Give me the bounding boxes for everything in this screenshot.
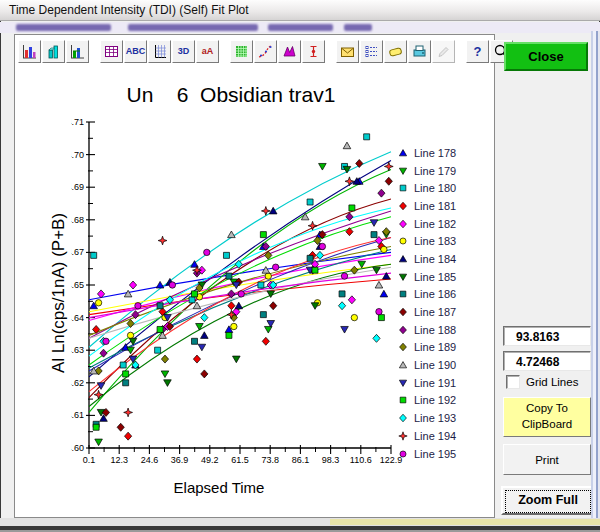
font-rotate-button[interactable]: aA (196, 40, 219, 63)
shape-colors-icon (281, 43, 298, 60)
chart-3d-bars-button[interactable] (42, 40, 65, 63)
legend-marker-icon (397, 324, 409, 336)
zoom-full-label: Zoom Full (505, 490, 591, 513)
list-options-button[interactable] (360, 40, 383, 63)
scatter-plot[interactable]: 4.714.704.694.684.674.654.644.634.624.61… (71, 114, 403, 476)
fit-value-2-field[interactable]: 4.72468 (503, 351, 591, 371)
chart-grouped-bars-icon (69, 43, 86, 60)
data-table-icon (103, 43, 120, 60)
title-bar[interactable]: Time Dependent Intensity (TDI) (Self) Fi… (0, 0, 600, 21)
legend-item: Line 182 (397, 215, 456, 233)
error-bars-button[interactable] (302, 40, 325, 63)
axis-grid-button[interactable] (148, 40, 171, 63)
edit-annotations-button (432, 40, 455, 63)
legend-label: Line 188 (414, 324, 456, 336)
curve-fit-button[interactable] (254, 40, 277, 63)
legend-label: Line 185 (414, 271, 456, 283)
svg-text:4.67: 4.67 (71, 247, 84, 257)
legend-item: Line 180 (397, 179, 456, 197)
window-title: Time Dependent Intensity (TDI) (Self) Fi… (9, 3, 249, 17)
svg-text:4.61: 4.61 (71, 410, 84, 420)
legend-label: Line 194 (414, 430, 456, 442)
legend-item: Line 185 (397, 268, 456, 286)
chart-2d-bars-icon (21, 43, 38, 60)
svg-text:4.68: 4.68 (71, 215, 84, 225)
fit-value-1-field[interactable]: 93.8163 (503, 326, 591, 346)
y-axis-label: Al Ln(cps/1nA) (P+B) (49, 193, 69, 393)
print-plot-button[interactable] (408, 40, 431, 63)
svg-text:12.3: 12.3 (110, 455, 128, 465)
svg-text:4.63: 4.63 (71, 345, 84, 355)
svg-text:4.62: 4.62 (71, 378, 84, 388)
legend-marker-icon (397, 430, 409, 442)
svg-text:36.9: 36.9 (171, 455, 189, 465)
legend-item: Line 187 (397, 303, 456, 321)
shape-colors-button[interactable] (278, 40, 301, 63)
legend-item: Line 186 (397, 286, 456, 304)
legend-marker-icon (397, 200, 409, 212)
legend-label: Line 187 (414, 306, 456, 318)
checkbox-box[interactable] (506, 375, 520, 389)
legend-label: Line 195 (414, 448, 456, 460)
legend-label: Line 193 (414, 412, 456, 424)
print-button[interactable]: Print (503, 444, 591, 475)
legend-marker-icon (397, 182, 409, 194)
legend-marker-icon (397, 377, 409, 389)
svg-text:49.2: 49.2 (201, 455, 219, 465)
close-button[interactable]: Close (504, 42, 588, 71)
legend-item: Line 191 (397, 374, 456, 392)
svg-text:86.1: 86.1 (292, 455, 310, 465)
legend-item: Line 193 (397, 409, 456, 427)
background-bottom-yellow-strip (330, 519, 600, 525)
list-options-icon (363, 43, 380, 60)
export-image-icon (339, 43, 356, 60)
svg-text:4.60: 4.60 (71, 443, 84, 453)
toolbar: ABC3DaA? (18, 40, 514, 63)
legend-label: Line 184 (414, 253, 456, 265)
pattern-fill-icon (233, 43, 250, 60)
svg-text:4.70: 4.70 (71, 150, 84, 160)
legend-marker-icon (397, 218, 409, 230)
legend-item: Line 181 (397, 197, 456, 215)
legend-marker-icon (397, 341, 409, 353)
axis-grid-icon (151, 43, 168, 60)
label-tag-button[interactable] (384, 40, 407, 63)
svg-text:73.8: 73.8 (261, 455, 279, 465)
legend-label: Line 183 (414, 235, 456, 247)
zoom-full-button[interactable]: Zoom Full (501, 486, 593, 515)
rotate-3d-button[interactable]: 3D (172, 40, 195, 63)
text-labels-button[interactable]: ABC (124, 40, 147, 63)
legend-label: Line 190 (414, 359, 456, 371)
copy-to-clipboard-button[interactable]: Copy To ClipBoard (503, 397, 591, 437)
curve-fit-icon (257, 43, 274, 60)
export-image-button[interactable] (336, 40, 359, 63)
grid-lines-checkbox[interactable]: Grid Lines (506, 375, 578, 389)
help-button[interactable]: ? (466, 40, 489, 63)
legend-item: Line 194 (397, 427, 456, 445)
svg-text:110.6: 110.6 (350, 455, 372, 465)
legend-marker-icon (397, 288, 409, 300)
legend-item: Line 188 (397, 321, 456, 339)
legend-marker-icon (397, 394, 409, 406)
legend-marker-icon (397, 253, 409, 265)
copy-label-line2: ClipBoard (522, 418, 573, 430)
plot-panel: ABC3DaA? Un 6 Obsidian trav1 Al Ln(cps/1… (14, 34, 495, 518)
error-bars-icon (305, 43, 322, 60)
data-table-button[interactable] (100, 40, 123, 63)
legend-label: Line 189 (414, 341, 456, 353)
legend-item: Line 195 (397, 445, 456, 463)
legend-label: Line 192 (414, 394, 456, 406)
legend-marker-icon (397, 448, 409, 460)
rotate-3d-icon: 3D (178, 47, 190, 56)
copy-label-line1: Copy To (526, 402, 568, 414)
legend-item: Line 190 (397, 356, 456, 374)
label-tag-icon (387, 43, 404, 60)
legend-marker-icon (397, 235, 409, 247)
chart-2d-bars-button[interactable] (18, 40, 41, 63)
font-rotate-icon: aA (202, 47, 214, 56)
chart-grouped-bars-button[interactable] (66, 40, 89, 63)
chart-legend: Line 178Line 179Line 180Line 181Line 182… (397, 144, 456, 462)
pattern-fill-button[interactable] (230, 40, 253, 63)
legend-item: Line 192 (397, 392, 456, 410)
background-window-artifact (128, 24, 258, 31)
